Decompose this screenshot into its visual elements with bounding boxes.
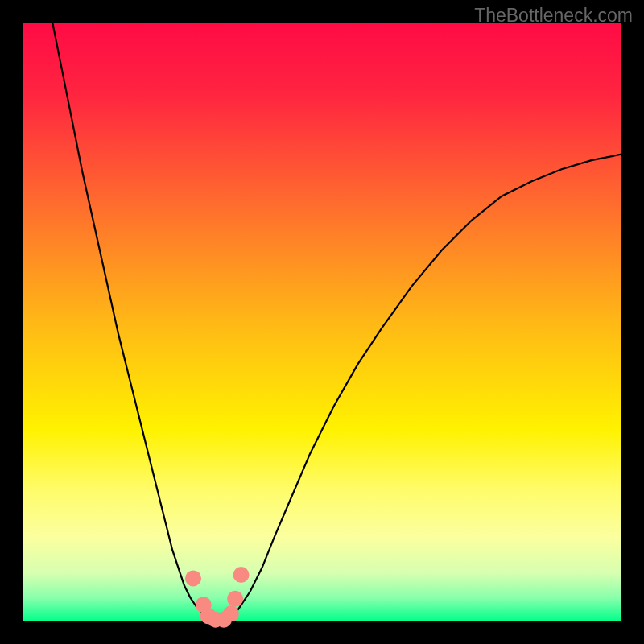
plot-area bbox=[23, 23, 621, 621]
bottleneck-chart bbox=[0, 0, 644, 644]
trough-dot bbox=[227, 591, 243, 607]
chart-container: { "watermark": "TheBottleneck.com", "cha… bbox=[0, 0, 644, 644]
trough-dot bbox=[223, 605, 239, 621]
watermark-text: TheBottleneck.com bbox=[474, 5, 633, 27]
trough-dot bbox=[233, 567, 250, 583]
trough-dot bbox=[185, 570, 201, 586]
